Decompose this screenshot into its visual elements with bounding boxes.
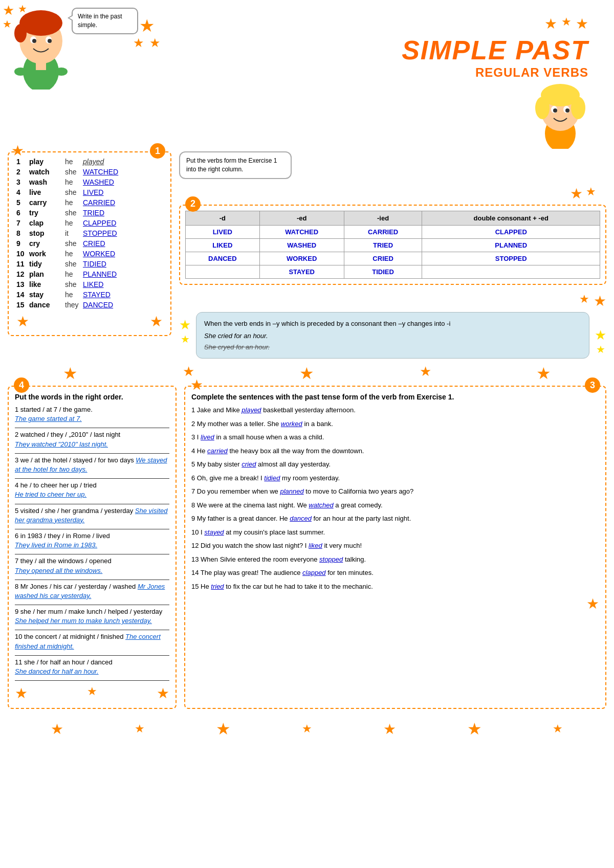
table-cell: CARRIED (344, 225, 422, 238)
ex3-item-14: 14 The play was great! The audience clap… (191, 568, 599, 578)
divider6 (15, 554, 169, 554)
table-row: LIVED WATCHED CARRIED CLAPPED (186, 225, 600, 238)
character-boy-svg (5, 5, 77, 90)
table-cell: LIKED (186, 238, 260, 252)
lower-section: 4 Put the words in the right order. 1 st… (0, 386, 614, 717)
main-content: 1 ★ 1 play he played 2 watch she WATCHED (0, 149, 614, 361)
ex4-item-11: 11 she / for half an hour / danced She d… (15, 658, 169, 676)
ex3-item-5: 5 My baby sister cried almost all day ye… (191, 459, 599, 470)
speech-bubble: Write in the past simple. (72, 8, 138, 34)
list-item: 6 try she TRIED (16, 209, 163, 217)
star-ex4-br: ★ (157, 685, 169, 702)
answer-clapped: CLAPPED (83, 219, 116, 227)
title-area: ★ ★ ★ SIMPLE PAST REGULAR VERBS (161, 5, 604, 149)
star-ex4-bl: ★ (15, 685, 28, 702)
exercise1-box: 1 ★ 1 play he played 2 watch she WATCHED (8, 151, 171, 336)
answer-stopped: STOPPED (83, 229, 117, 237)
table-row: STAYED TIDIED (186, 265, 600, 278)
grammar-note-text: When the verb ends in –y which is preced… (204, 319, 581, 329)
ex3-item-8: 8 We were at the cinema last night. We w… (191, 500, 599, 510)
ex3-item-7: 7 Do you remember when we planned to mov… (191, 486, 599, 497)
table-row: LIKED WASHED TRIED PLANNED (186, 238, 600, 252)
star-title-right-2: ★ (561, 15, 572, 32)
list-item: 14 stay he STAYED (16, 291, 163, 299)
ex4-item-6: 6 in 1983 / they / in Rome / lived They … (15, 531, 169, 550)
ex4-item-3: 3 we / at the hotel / stayed / for two d… (15, 456, 169, 474)
ex3-item-4: 4 He carried the heavy box all the way f… (191, 446, 599, 456)
ex3-ans-8: watched (309, 501, 333, 509)
list-item: 8 stop it STOPPED (16, 229, 163, 237)
svg-point-9 (14, 68, 27, 76)
star-footer-7: ★ (553, 722, 563, 736)
exercise3-box: 3 ★ Complete the sentences with the past… (184, 386, 606, 709)
answer-carried: CARRIED (83, 198, 115, 207)
divider9 (15, 630, 169, 630)
ex3-item-12: 12 Did you watch the show last night? I … (191, 541, 599, 551)
svg-point-18 (553, 108, 557, 113)
star-ex1-bl: ★ (16, 313, 29, 330)
star-bottom-1: ★ (63, 364, 78, 383)
col-header-ed: -ed (259, 211, 344, 225)
star-grammar-1: ★ (179, 317, 191, 333)
list-item: 12 plan he PLANNED (16, 270, 163, 278)
svg-point-14 (535, 97, 550, 119)
table-cell: DANCED (186, 252, 260, 265)
answer-tried: TRIED (83, 209, 104, 217)
page-header: ★ ★ ★ Write in the past (0, 0, 614, 149)
character-left: Write in the past simple. (5, 5, 87, 90)
table-header-row: -d -ed -ied double consonant + -ed (186, 211, 600, 225)
svg-point-19 (565, 108, 569, 113)
ex3-item-9: 9 My father is a great dancer. He danced… (191, 514, 599, 524)
answer-washed: WASHED (83, 178, 114, 186)
page-subtitle: REGULAR VERBS (161, 65, 588, 80)
list-item: 4 live she LIVED (16, 188, 163, 196)
star-footer-3: ★ (216, 719, 231, 739)
ex3-ans-3: lived (201, 433, 214, 441)
exercise2-box: 2 -d -ed -ied double consonant + -ed LIV… (179, 205, 606, 285)
ex3-ans-2: worked (281, 420, 302, 428)
star-mid-r2: ★ (594, 293, 606, 309)
table-cell: WASHED (259, 238, 344, 252)
star-grammar-2: ★ (181, 333, 190, 345)
exercise3-number: 3 (585, 377, 600, 393)
list-item: 13 like she LIKED (16, 280, 163, 288)
table-cell (422, 265, 600, 278)
table-cell: PLANNED (422, 238, 600, 252)
star-footer-5: ★ (383, 721, 396, 738)
ex3-ans-13: stopped (319, 555, 343, 563)
star-ex3-tl: ★ (190, 376, 203, 393)
ex3-ans-5: cried (242, 460, 256, 468)
table-cell: STOPPED (422, 252, 600, 265)
answer-watched: WATCHED (83, 168, 118, 176)
exercise1-number: 1 (150, 143, 165, 159)
grammar-note-box: When the verb ends in –y which is preced… (196, 312, 589, 359)
exercise4-box: 4 Put the words in the right order. 1 st… (8, 386, 177, 709)
star-footer-6: ★ (467, 719, 482, 739)
star-ex1-br: ★ (150, 313, 163, 330)
ex3-ans-6: tidied (264, 474, 280, 482)
list-item: 11 tidy she TIDIED (16, 260, 163, 268)
svg-rect-8 (36, 62, 46, 70)
ex3-ans-14: clapped (302, 569, 326, 576)
character-girl-svg (532, 82, 588, 149)
list-item: 15 dance they DANCED (16, 301, 163, 309)
list-item: 2 watch she WATCHED (16, 168, 163, 176)
answer-lived: LIVED (83, 188, 103, 196)
divider11 (15, 680, 169, 681)
table-cell: LIVED (186, 225, 260, 238)
ex3-ans-7: planned (280, 487, 303, 495)
star-ex4-bm: ★ (87, 685, 97, 702)
ex3-ans-1: played (242, 406, 261, 414)
ex4-answer-9: She helped her mum to make lunch yesterd… (15, 617, 152, 625)
svg-point-6 (32, 39, 36, 43)
star-title-right-1: ★ (544, 15, 557, 32)
list-item: 3 wash he WASHED (16, 178, 163, 186)
exercise2-number: 2 (185, 196, 201, 212)
grammar-example-wrong: She cryed for an hour. (204, 342, 581, 352)
list-item: 9 cry she CRIED (16, 239, 163, 248)
star-bottom-3: ★ (299, 364, 314, 383)
ex3-item-6: 6 Oh, give me a break! I tidied my room … (191, 473, 599, 483)
star-title-right-3: ★ (576, 15, 588, 32)
table-cell: CRIED (344, 252, 422, 265)
verb-table: -d -ed -ied double consonant + -ed LIVED… (185, 211, 600, 279)
